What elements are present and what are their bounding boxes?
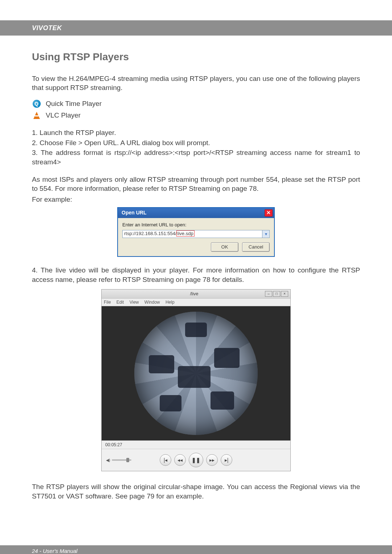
step-1: 1. Launch the RTSP player. — [32, 128, 360, 138]
volume-icon: ◀) — [106, 457, 110, 463]
steps-list: 1. Launch the RTSP player. 2. Choose Fil… — [32, 128, 360, 167]
quicktime-icon — [32, 99, 41, 108]
menu-view[interactable]: View — [130, 300, 139, 305]
step-2: 2. Choose File > Open URL. A URL dialog … — [32, 138, 360, 148]
section-title: Using RTSP Players — [32, 50, 360, 64]
timestamp-label: 00:05:27 — [102, 440, 290, 449]
player-name: VLC Player — [46, 111, 81, 120]
url-input[interactable]: rtsp://192.168.5.151:554/live.sdp — [122, 230, 262, 238]
menu-window[interactable]: Window — [144, 300, 160, 305]
pause-button[interactable]: ❚❚ — [189, 453, 203, 467]
ok-button[interactable]: OK — [211, 242, 238, 252]
dialog-title: Open URL — [122, 209, 146, 216]
vlc-icon — [32, 111, 41, 120]
minimize-icon[interactable]: – — [265, 291, 272, 297]
close-icon[interactable]: ✕ — [265, 209, 273, 217]
port-note: As most ISPs and players only allow RTSP… — [32, 175, 360, 193]
url-base-text: rtsp://192.168.5.151:554/ — [124, 231, 177, 236]
dialog-titlebar: Open URL ✕ — [118, 208, 274, 218]
dialog-prompt-label: Enter an Internet URL to open: — [122, 222, 270, 228]
player-menubar[interactable]: File Edit View Window Help — [102, 299, 290, 306]
step-3: 3. The address format is rtsp://<ip addr… — [32, 148, 360, 167]
footer-band: 24 - User's Manual — [0, 545, 392, 554]
for-example-label: For example: — [32, 195, 360, 204]
header-band: VIVOTEK — [0, 20, 392, 36]
url-highlight: live.sdp — [176, 230, 195, 237]
player-row-quicktime: Quick Time Player — [32, 99, 360, 108]
close-icon[interactable]: × — [281, 291, 288, 297]
maximize-icon[interactable]: □ — [273, 291, 280, 297]
rewind-button[interactable]: ◂◂ — [174, 454, 186, 466]
brand-label: VIVOTEK — [32, 24, 62, 32]
open-url-dialog: Open URL ✕ Enter an Internet URL to open… — [117, 207, 275, 257]
menu-file[interactable]: File — [104, 300, 111, 305]
dropdown-icon[interactable]: ▾ — [262, 230, 270, 238]
intro-paragraph: To view the H.264/MPEG-4 streaming media… — [32, 74, 360, 93]
video-viewport — [102, 306, 290, 440]
player-titlebar: /live – □ × — [102, 290, 290, 299]
player-name: Quick Time Player — [46, 99, 102, 108]
forward-button[interactable]: ▸▸ — [206, 454, 218, 466]
closing-paragraph: The RTSP players will show the original … — [32, 482, 360, 501]
step-4: 4. The live video will be displayed in y… — [32, 266, 360, 284]
media-player-window: /live – □ × File Edit View Window Help — [101, 289, 291, 471]
fisheye-image — [134, 312, 258, 435]
cancel-button[interactable]: Cancel — [242, 242, 270, 252]
player-title: /live — [123, 291, 265, 297]
skip-start-button[interactable]: |◂ — [160, 454, 171, 466]
player-row-vlc: VLC Player — [32, 111, 360, 120]
menu-edit[interactable]: Edit — [117, 300, 124, 305]
player-controls: ◀) |◂ ◂◂ ❚❚ ▸▸ ▸| — [102, 449, 290, 471]
skip-end-button[interactable]: ▸| — [221, 454, 232, 466]
player-list: Quick Time Player VLC Player — [32, 99, 360, 120]
page-number: 24 - User's Manual — [32, 548, 77, 554]
volume-control[interactable]: ◀) — [106, 457, 131, 463]
menu-help[interactable]: Help — [166, 300, 175, 305]
